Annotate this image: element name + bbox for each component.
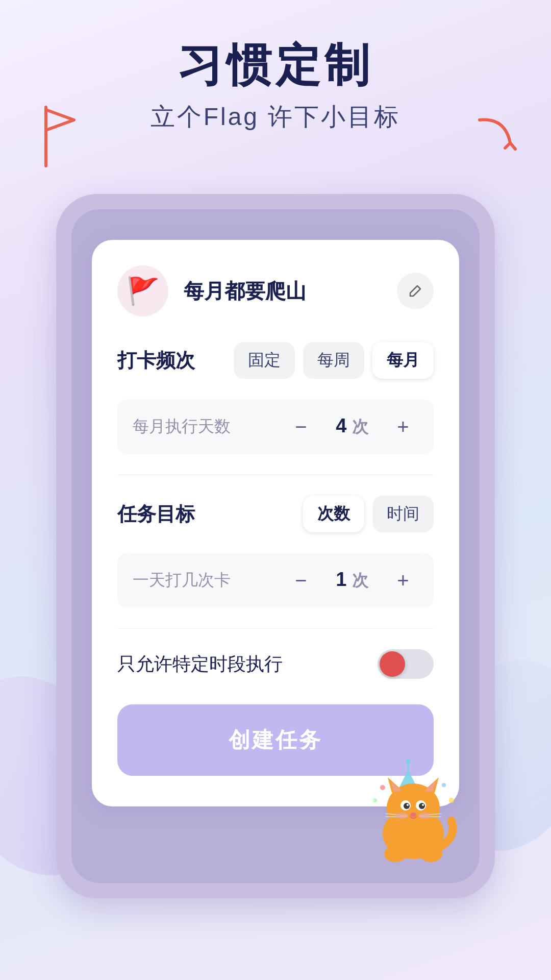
daily-checkin-value: 1 次 <box>332 569 372 592</box>
header: 习惯定制 立个Flag 许下小目标 <box>0 0 551 133</box>
svg-point-14 <box>407 804 409 806</box>
frequency-label: 打卡频次 <box>117 348 195 374</box>
svg-point-28 <box>373 798 377 802</box>
tab-monthly[interactable]: 每月 <box>372 342 434 379</box>
frequency-section: 打卡频次 固定 每周 每月 <box>117 342 434 379</box>
svg-point-26 <box>442 783 446 787</box>
daily-minus-btn[interactable]: − <box>286 565 316 596</box>
divider-1 <box>117 475 434 475</box>
task-target-row: 任务目标 次数 时间 <box>117 496 434 532</box>
tab-weekly[interactable]: 每周 <box>303 342 364 379</box>
task-target-section: 任务目标 次数 时间 <box>117 496 434 532</box>
time-restriction-toggle[interactable] <box>378 649 434 679</box>
daily-counter-controls: − 1 次 + <box>286 565 418 596</box>
monthly-minus-btn[interactable]: − <box>286 411 316 442</box>
monthly-plus-btn[interactable]: + <box>388 411 418 442</box>
daily-checkin-counter: 一天打几次卡 − 1 次 + <box>117 553 434 608</box>
habit-icon: 🚩 <box>117 265 168 316</box>
habit-card: 🚩 每月都要爬山 打卡频次 固定 每周 每月 <box>92 240 459 806</box>
device-inner: 🚩 每月都要爬山 打卡频次 固定 每周 每月 <box>71 209 480 883</box>
main-title: 习惯定制 <box>0 41 551 90</box>
svg-point-25 <box>380 785 385 790</box>
device-mockup: 🚩 每月都要爬山 打卡频次 固定 每周 每月 <box>56 194 495 898</box>
daily-checkin-label: 一天打几次卡 <box>133 569 231 592</box>
task-tabs: 次数 时间 <box>303 496 434 532</box>
tab-count[interactable]: 次数 <box>303 496 364 532</box>
arrow-decoration <box>474 112 525 165</box>
frequency-row: 打卡频次 固定 每周 每月 <box>117 342 434 379</box>
svg-point-3 <box>406 760 411 764</box>
subtitle: 立个Flag 许下小目标 <box>0 101 551 133</box>
svg-point-21 <box>396 812 408 819</box>
monthly-days-counter: 每月执行天数 − 4 次 + <box>117 399 434 454</box>
svg-point-16 <box>410 813 416 817</box>
tab-time[interactable]: 时间 <box>372 496 434 532</box>
toggle-knob <box>380 651 405 677</box>
flag-decoration <box>31 102 82 170</box>
monthly-days-label: 每月执行天数 <box>133 415 231 438</box>
frequency-tabs: 固定 每周 每月 <box>234 342 434 379</box>
svg-point-23 <box>384 846 407 862</box>
svg-point-22 <box>418 812 431 819</box>
habit-name: 每月都要爬山 <box>184 277 397 305</box>
edit-button[interactable] <box>397 273 434 309</box>
svg-point-27 <box>449 798 454 803</box>
habit-emoji: 🚩 <box>127 276 160 307</box>
divider-2 <box>117 628 434 629</box>
monthly-days-value: 4 次 <box>332 415 372 438</box>
card-header: 🚩 每月都要爬山 <box>117 265 434 316</box>
svg-point-12 <box>404 803 410 809</box>
svg-point-15 <box>422 804 424 806</box>
cat-decoration <box>362 760 464 878</box>
time-restriction-label: 只允许特定时段执行 <box>117 652 283 677</box>
time-restriction-row: 只允许特定时段执行 <box>117 649 434 679</box>
svg-point-13 <box>419 803 425 809</box>
daily-plus-btn[interactable]: + <box>388 565 418 596</box>
monthly-counter-controls: − 4 次 + <box>286 411 418 442</box>
tab-fixed[interactable]: 固定 <box>234 342 295 379</box>
task-target-label: 任务目标 <box>117 501 195 527</box>
